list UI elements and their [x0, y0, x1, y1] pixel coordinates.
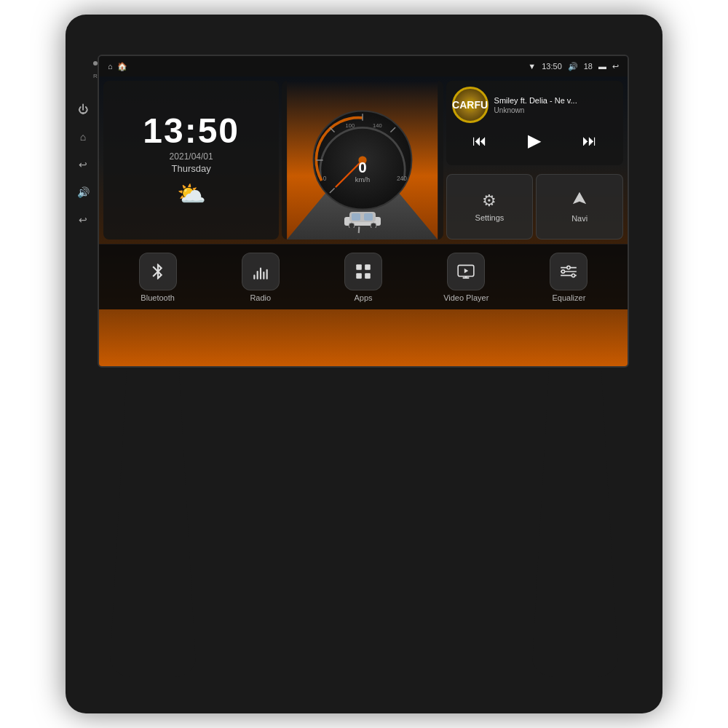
navi-label: Navi	[571, 214, 587, 223]
car-head-unit: MIC RST ⏻ ⌂ ↩ 🔊 ↩ ⌂ 🏠 ▼ 13:50 🔊 18 ▬ ↩	[66, 15, 662, 713]
svg-text:100: 100	[346, 122, 355, 129]
music-title: Smiley ft. Delia - Ne v...	[494, 96, 617, 105]
bracket-right	[531, 371, 619, 677]
nav-icon: 🏠	[117, 62, 127, 71]
play-button[interactable]: ▶	[528, 130, 541, 151]
navi-button[interactable]: Navi	[536, 174, 623, 240]
wifi-icon: ▼	[528, 62, 536, 71]
clock-colon: :	[185, 111, 198, 150]
video-label: Video Player	[443, 293, 488, 302]
apps-icon	[354, 262, 373, 281]
equalizer-label: Equalizer	[552, 293, 585, 302]
svg-point-20	[371, 223, 376, 228]
svg-rect-23	[256, 270, 258, 279]
settings-label: Settings	[475, 213, 505, 222]
main-content: 13:50 2021/04/01 Thursday ⛅	[99, 76, 628, 366]
svg-rect-22	[253, 274, 255, 280]
svg-text:240: 240	[397, 175, 407, 182]
clock-date: 2021/04/01	[170, 151, 213, 162]
settings-icon: ⚙	[482, 191, 496, 210]
music-info: Smiley ft. Delia - Ne v... Unknown	[494, 96, 617, 114]
volume-icon: 🔊	[568, 62, 578, 71]
quick-buttons: ⚙ Settings Navi	[446, 174, 623, 240]
music-panel: CARFU Smiley ft. Delia - Ne v... Unknown…	[446, 81, 623, 165]
weather-icon: ⛅	[177, 180, 206, 207]
app-bar: Bluetooth Radio	[99, 244, 628, 309]
video-icon-wrap	[447, 253, 485, 290]
apps-icon-wrap	[344, 253, 382, 290]
speedometer-panel: 0 km/h 0 240 100 140	[282, 81, 443, 240]
side-buttons: ⏻ ⌂ ↩ 🔊 ↩	[76, 102, 90, 227]
svg-rect-24	[260, 267, 261, 279]
home-icon: ⌂	[108, 62, 113, 71]
clock-day: Thursday	[172, 163, 211, 174]
app-item-equalizer[interactable]: Equalizer	[518, 253, 620, 302]
speed-value: 0	[358, 159, 366, 175]
svg-rect-29	[356, 273, 362, 279]
brand-logo: CARFU	[452, 99, 488, 111]
svg-point-41	[572, 274, 575, 277]
status-left: ⌂ 🏠	[108, 62, 127, 71]
svg-text:0: 0	[323, 175, 327, 182]
back-nav-icon: ↩	[612, 62, 619, 71]
radio-icon	[251, 262, 270, 281]
volume-level: 18	[584, 62, 593, 71]
bluetooth-label: Bluetooth	[141, 293, 174, 302]
video-player-icon	[456, 262, 475, 281]
app-item-apps[interactable]: Apps	[312, 253, 414, 302]
bracket-left	[109, 371, 197, 677]
svg-point-19	[349, 223, 355, 228]
app-item-radio[interactable]: Radio	[209, 253, 312, 302]
back-button[interactable]: ↩	[76, 157, 90, 172]
settings-button[interactable]: ⚙ Settings	[446, 174, 534, 240]
music-artist: Unknown	[494, 106, 617, 114]
svg-point-35	[562, 269, 565, 272]
svg-marker-32	[464, 268, 468, 273]
speedometer-gauge: 0 km/h 0 240 100 140	[308, 106, 417, 215]
vol-down-button[interactable]: ↩	[76, 213, 90, 227]
svg-text:140: 140	[373, 122, 382, 129]
bluetooth-icon-wrap	[139, 253, 177, 290]
equalizer-icon	[559, 262, 578, 281]
main-screen: ⌂ 🏠 ▼ 13:50 🔊 18 ▬ ↩ 13:50 2021/04/	[98, 55, 629, 368]
clock-panel: 13:50 2021/04/01 Thursday ⛅	[103, 81, 279, 240]
next-button[interactable]: ⏭	[582, 132, 597, 149]
app-item-bluetooth[interactable]: Bluetooth	[106, 253, 209, 302]
clock-hours: 13	[143, 111, 184, 150]
vol-up-button[interactable]: 🔊	[76, 185, 90, 199]
svg-point-38	[567, 266, 570, 269]
svg-rect-17	[352, 213, 360, 221]
power-button[interactable]: ⏻	[76, 102, 90, 116]
svg-rect-26	[266, 269, 267, 279]
radio-label: Radio	[250, 293, 271, 302]
battery-icon: ▬	[598, 62, 606, 71]
car-silhouette	[341, 206, 384, 231]
status-right: ▼ 13:50 🔊 18 ▬ ↩	[528, 62, 619, 71]
music-top: CARFU Smiley ft. Delia - Ne v... Unknown	[452, 87, 617, 123]
speed-unit: km/h	[355, 176, 370, 183]
prev-button[interactable]: ⏮	[472, 132, 487, 149]
music-controls[interactable]: ⏮ ▶ ⏭	[452, 130, 617, 151]
status-time: 13:50	[542, 62, 562, 71]
radio-icon-wrap	[242, 253, 280, 290]
clock-minutes: 50	[198, 111, 240, 150]
svg-marker-21	[573, 192, 586, 205]
svg-rect-27	[356, 264, 362, 270]
app-item-video[interactable]: Video Player	[415, 253, 518, 302]
equalizer-icon-wrap	[550, 253, 587, 290]
svg-rect-30	[365, 273, 371, 279]
apps-label: Apps	[354, 293, 372, 302]
top-panels: 13:50 2021/04/01 Thursday ⛅	[99, 76, 628, 244]
navi-icon	[571, 191, 587, 211]
status-bar: ⌂ 🏠 ▼ 13:50 🔊 18 ▬ ↩	[99, 56, 628, 76]
svg-rect-28	[365, 264, 371, 270]
home-button[interactable]: ⌂	[76, 130, 90, 144]
right-panel: CARFU Smiley ft. Delia - Ne v... Unknown…	[446, 81, 623, 240]
clock-display: 13:50	[143, 114, 240, 149]
svg-rect-25	[263, 272, 264, 280]
svg-rect-18	[364, 213, 373, 221]
album-art: CARFU	[452, 87, 488, 123]
bluetooth-icon	[149, 262, 167, 281]
